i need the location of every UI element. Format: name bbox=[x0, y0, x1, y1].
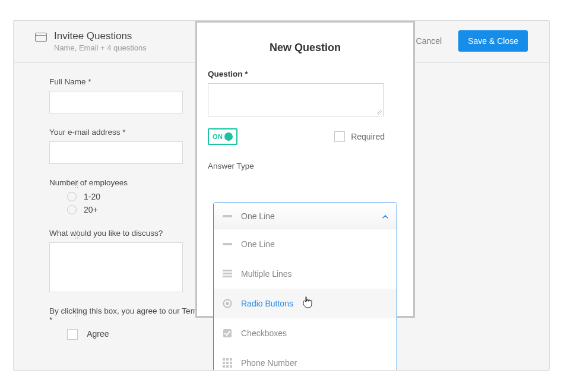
svg-point-20 bbox=[75, 313, 76, 314]
svg-rect-40 bbox=[230, 365, 232, 368]
svg-point-21 bbox=[77, 313, 78, 314]
svg-point-17 bbox=[77, 308, 78, 309]
full-name-input[interactable] bbox=[49, 91, 183, 113]
svg-point-7 bbox=[77, 187, 78, 188]
cancel-button[interactable]: Cancel bbox=[413, 36, 446, 46]
svg-rect-27 bbox=[223, 273, 232, 274]
multilines-icon bbox=[222, 270, 233, 278]
answer-type-option-one-line[interactable]: One Line bbox=[214, 229, 397, 259]
panel-title: Invitee Questions bbox=[54, 30, 147, 42]
svg-rect-28 bbox=[223, 276, 232, 277]
svg-point-10 bbox=[75, 233, 76, 234]
svg-point-15 bbox=[77, 238, 78, 239]
panel-subtitle: Name, Email + 4 questions bbox=[54, 43, 147, 52]
svg-point-30 bbox=[226, 302, 229, 305]
option-label: Checkboxes bbox=[241, 328, 287, 338]
save-close-button[interactable]: Save & Close bbox=[458, 30, 528, 52]
option-label: Radio Buttons bbox=[241, 299, 293, 308]
option-label: One Line bbox=[241, 239, 275, 249]
radio-icon bbox=[67, 205, 77, 214]
option-label: Phone Number bbox=[241, 358, 297, 368]
invitee-questions-panel: Invitee Questions Name, Email + 4 questi… bbox=[13, 20, 550, 371]
svg-rect-33 bbox=[226, 358, 229, 361]
svg-point-22 bbox=[75, 315, 76, 317]
svg-rect-38 bbox=[223, 365, 225, 368]
agree-checkbox[interactable] bbox=[67, 329, 78, 340]
radio-icon bbox=[67, 192, 77, 201]
svg-point-12 bbox=[75, 235, 76, 236]
drag-handle-icon[interactable] bbox=[74, 308, 79, 318]
svg-point-16 bbox=[75, 308, 76, 309]
answer-type-option-phone-number[interactable]: Phone Number bbox=[214, 348, 397, 371]
answer-type-dropdown: One Line One Line Multiple Lines bbox=[213, 203, 397, 371]
svg-point-5 bbox=[77, 185, 78, 186]
svg-point-23 bbox=[77, 315, 78, 317]
svg-rect-34 bbox=[230, 358, 232, 361]
svg-rect-39 bbox=[226, 365, 229, 368]
agree-label: Agree bbox=[87, 329, 109, 339]
answer-type-label: Answer Type bbox=[208, 162, 403, 170]
svg-rect-37 bbox=[230, 362, 232, 364]
svg-point-0 bbox=[75, 180, 76, 181]
discuss-textarea[interactable] bbox=[49, 242, 183, 292]
svg-point-14 bbox=[75, 238, 76, 239]
employees-option-label: 20+ bbox=[84, 205, 98, 214]
svg-point-9 bbox=[77, 230, 78, 232]
answer-type-option-checkboxes[interactable]: Checkboxes bbox=[214, 318, 397, 348]
answer-type-selected[interactable]: One Line bbox=[214, 203, 397, 229]
svg-point-6 bbox=[75, 187, 76, 188]
questions-section-icon bbox=[35, 33, 46, 41]
grid-icon bbox=[222, 358, 233, 368]
svg-rect-32 bbox=[223, 358, 225, 361]
svg-rect-24 bbox=[223, 215, 232, 217]
drag-handle-icon[interactable] bbox=[74, 230, 79, 241]
modal-title: New Question bbox=[208, 42, 403, 54]
checkbox-icon bbox=[222, 328, 233, 338]
svg-point-13 bbox=[77, 235, 78, 236]
employees-option-label: 1-20 bbox=[84, 192, 100, 201]
radio-icon bbox=[222, 299, 233, 308]
oneline-icon bbox=[222, 241, 233, 247]
question-textarea[interactable] bbox=[208, 83, 384, 116]
question-label: Question * bbox=[208, 69, 403, 78]
svg-point-1 bbox=[77, 180, 78, 181]
required-label: Required bbox=[351, 132, 385, 141]
svg-point-3 bbox=[77, 182, 78, 184]
svg-rect-36 bbox=[226, 362, 229, 364]
toggle-knob bbox=[224, 132, 233, 141]
svg-rect-35 bbox=[223, 362, 225, 364]
svg-point-19 bbox=[77, 311, 78, 312]
svg-rect-25 bbox=[223, 243, 232, 245]
required-checkbox[interactable] bbox=[334, 131, 345, 142]
svg-point-2 bbox=[75, 182, 76, 184]
option-label: Multiple Lines bbox=[241, 269, 292, 279]
oneline-icon bbox=[222, 213, 233, 219]
svg-point-4 bbox=[75, 185, 76, 186]
svg-rect-26 bbox=[223, 270, 232, 271]
question-enabled-toggle[interactable]: ON bbox=[208, 128, 237, 145]
toggle-label: ON bbox=[213, 133, 223, 140]
svg-rect-31 bbox=[223, 329, 232, 337]
chevron-up-icon bbox=[382, 212, 388, 220]
drag-handle-icon[interactable] bbox=[74, 179, 79, 190]
email-input[interactable] bbox=[49, 141, 183, 164]
svg-point-11 bbox=[77, 233, 78, 234]
svg-point-8 bbox=[75, 230, 76, 232]
svg-point-18 bbox=[75, 311, 76, 312]
answer-type-selected-label: One Line bbox=[241, 211, 275, 221]
answer-type-option-multiple-lines[interactable]: Multiple Lines bbox=[214, 259, 397, 289]
cursor-pointer-icon bbox=[302, 296, 313, 310]
